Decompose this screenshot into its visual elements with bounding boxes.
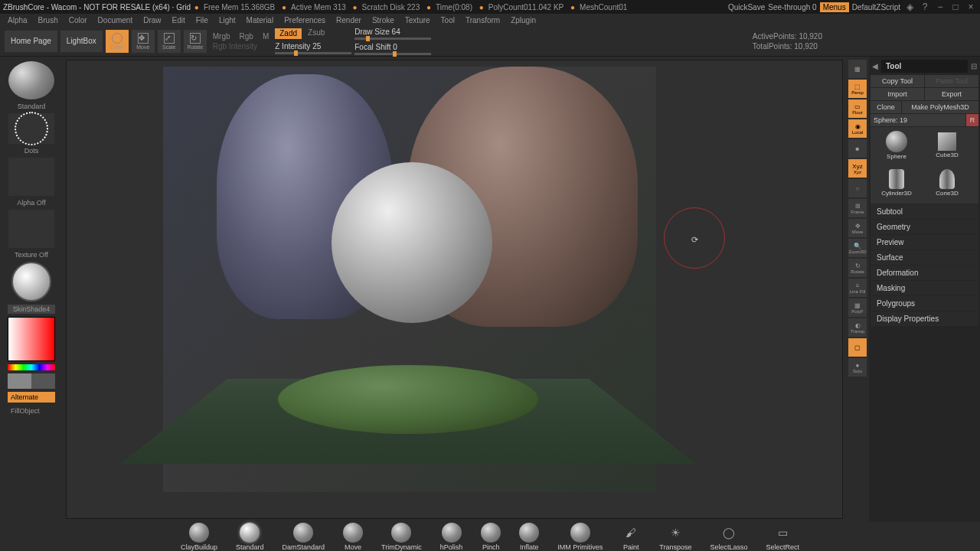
draw-mode-button[interactable]: Draw	[106, 30, 129, 53]
section-subtool[interactable]: Subtool	[871, 204, 978, 219]
color-swatches[interactable]	[8, 373, 55, 389]
tool-cylinder3d[interactable]: Cylinder3D	[872, 166, 921, 200]
material-preview[interactable]	[11, 262, 51, 302]
export-button[interactable]: Export	[925, 88, 978, 100]
zadd-button[interactable]: Zadd	[275, 28, 302, 39]
pastetool-button[interactable]: Paste Tool	[925, 75, 978, 87]
menu-document[interactable]: Document	[93, 16, 138, 24]
section-deformation[interactable]: Deformation	[871, 266, 978, 280]
menu-alpha[interactable]: Alpha	[3, 16, 32, 24]
brush-pinch[interactable]: Pinch	[481, 523, 501, 551]
rightbar-floor[interactable]: ▭Floor	[848, 99, 867, 118]
chevron-left-icon[interactable]: ◀	[872, 62, 878, 70]
menu-draw[interactable]: Draw	[139, 16, 165, 24]
brush-standard[interactable]: Standard	[236, 523, 264, 551]
rightbar-line fill[interactable]: ≡Line Fill	[848, 279, 867, 297]
brush-transpose[interactable]: ☀Transpose	[659, 523, 691, 551]
brush-hpolish[interactable]: hPolish	[440, 523, 463, 551]
menu-brush[interactable]: Brush	[34, 16, 63, 24]
brush-move[interactable]: Move	[343, 523, 363, 551]
rightbar-btn14[interactable]: ▢	[848, 338, 867, 357]
viewport-canvas[interactable]: ⟳	[66, 60, 843, 519]
maximize-icon[interactable]: □	[949, 1, 962, 13]
homepage-button[interactable]: Home Page	[5, 31, 57, 52]
rightbar-zoom3d[interactable]: 🔍Zoom3D	[848, 239, 867, 257]
menu-tool[interactable]: Tool	[436, 16, 459, 24]
collapse-icon[interactable]: ⊟	[971, 62, 977, 70]
scale-mode-button[interactable]: ⤢Scale	[158, 30, 181, 53]
rgb-button[interactable]: Rgb	[237, 32, 256, 41]
seethrough-label[interactable]: See-through 0	[768, 3, 816, 11]
menu-light[interactable]: Light	[214, 16, 240, 24]
move-mode-button[interactable]: ✥Move	[132, 30, 155, 53]
quicksave-button[interactable]: QuickSave	[728, 3, 765, 11]
help-icon[interactable]: ?	[919, 1, 931, 13]
color-picker[interactable]	[8, 317, 55, 361]
stroke-preview[interactable]	[8, 113, 54, 144]
tool-cone3d[interactable]: Cone3D	[923, 166, 972, 200]
clone-button[interactable]: Clone	[871, 101, 901, 113]
menu-edit[interactable]: Edit	[168, 16, 190, 24]
alpha-slot[interactable]	[8, 158, 54, 196]
texture-slot[interactable]	[8, 210, 54, 248]
rightbar-local[interactable]: ◉Local	[848, 119, 867, 138]
menus-button[interactable]: Menus	[820, 2, 849, 12]
rightbar-btn0[interactable]: ▦	[848, 60, 867, 78]
rightbar-persp[interactable]: ⬚Persp	[848, 80, 867, 98]
rightbar-frame[interactable]: ⊞Frame	[848, 199, 867, 217]
rightbar-solo[interactable]: ●Solo	[848, 358, 867, 377]
draw-size-slider[interactable]: Draw Size 64	[354, 28, 431, 40]
rightbar-xyz[interactable]: XyzXyz	[848, 159, 867, 178]
brush-paint[interactable]: 🖌Paint	[621, 523, 641, 551]
z-intensity-slider[interactable]: Z Intensity 25	[275, 42, 351, 54]
focal-shift-slider[interactable]: Focal Shift 0	[354, 43, 431, 55]
rightbar-btn6[interactable]: ○	[848, 179, 867, 197]
make-polymesh-button[interactable]: Make PolyMesh3D	[902, 101, 978, 113]
alternate-button[interactable]: Alternate	[8, 392, 55, 403]
hue-bar[interactable]	[8, 364, 55, 370]
tool-sphere[interactable]: Sphere	[872, 129, 921, 162]
menu-material[interactable]: Material	[242, 16, 279, 24]
rightbar-btn4[interactable]: ■	[848, 139, 867, 158]
menu-texture[interactable]: Texture	[400, 16, 435, 24]
brush-preview[interactable]	[8, 61, 54, 99]
section-surface[interactable]: Surface	[871, 250, 978, 265]
menu-render[interactable]: Render	[332, 16, 366, 24]
brush-imm primitives[interactable]: IMM Primitives	[557, 523, 603, 551]
script-label[interactable]: DefaultZScript	[852, 3, 900, 11]
menu-color[interactable]: Color	[64, 16, 92, 24]
close-icon[interactable]: ×	[965, 1, 977, 13]
zsub-button[interactable]: Zsub	[305, 28, 328, 39]
rightbar-rotate[interactable]: ↻Rotate	[848, 259, 867, 277]
brush-damstandard[interactable]: DamStandard	[283, 523, 325, 551]
fillobject-button[interactable]: FillObject	[8, 406, 55, 416]
brush-claybuildup[interactable]: ClayBuildup	[181, 523, 217, 551]
r-button[interactable]: R	[966, 114, 978, 126]
m-button[interactable]: M	[260, 32, 272, 41]
section-masking[interactable]: Masking	[871, 281, 978, 295]
mrgb-button[interactable]: Mrgb	[210, 32, 234, 41]
brush-inflate[interactable]: Inflate	[519, 523, 539, 551]
section-preview[interactable]: Preview	[871, 235, 978, 249]
brush-selectrect[interactable]: ▭SelectRect	[766, 523, 799, 551]
menu-transform[interactable]: Transform	[461, 16, 505, 24]
brush-trimdynamic[interactable]: TrimDynamic	[381, 523, 422, 551]
lightbox-button[interactable]: LightBox	[60, 31, 103, 52]
rightbar-transp[interactable]: ◐Transp	[848, 318, 867, 337]
brush-selectlasso[interactable]: ◯SelectLasso	[710, 523, 747, 551]
pin-icon[interactable]: ◈	[903, 1, 916, 13]
rightbar-move[interactable]: ✥Move	[848, 219, 867, 237]
menu-stroke[interactable]: Stroke	[368, 16, 399, 24]
rightbar-polyf[interactable]: ▦PolyF	[848, 298, 867, 317]
menu-preferences[interactable]: Preferences	[279, 16, 330, 24]
section-display-properties[interactable]: Display Properties	[871, 311, 978, 326]
rotate-mode-button[interactable]: ↻Rotate	[184, 30, 207, 53]
copytool-button[interactable]: Copy Tool	[871, 75, 924, 87]
minimize-icon[interactable]: −	[934, 1, 946, 13]
tool-cube3d[interactable]: Cube3D	[923, 129, 972, 162]
import-button[interactable]: Import	[871, 88, 924, 100]
menu-zplugin[interactable]: Zplugin	[506, 16, 541, 24]
menu-file[interactable]: File	[191, 16, 213, 24]
section-geometry[interactable]: Geometry	[871, 220, 978, 234]
section-polygroups[interactable]: Polygroups	[871, 296, 978, 311]
